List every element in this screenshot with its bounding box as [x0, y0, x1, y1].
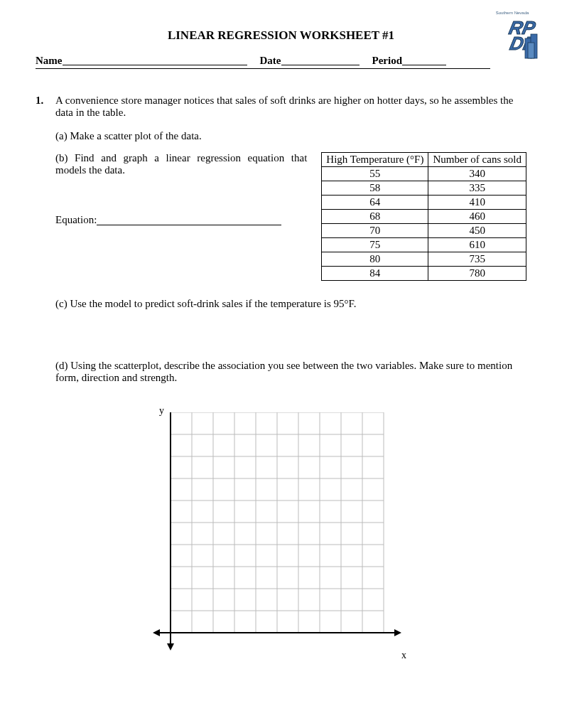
- part-a: (a) Make a scatter plot of the data.: [55, 130, 526, 142]
- question-1: 1. A convenience store manager notices t…: [36, 95, 526, 119]
- grid-svg: [149, 412, 405, 654]
- table-cell: 460: [428, 210, 526, 224]
- part-b: (b) Find and graph a linear regression e…: [55, 152, 307, 176]
- equation-label: Equation:: [55, 214, 97, 225]
- table-header-row: High Temperature (°F) Number of cans sol…: [322, 153, 526, 167]
- x-axis-arrow-icon: [394, 629, 401, 636]
- part-c: (c) Use the model to predict soft-drink …: [55, 298, 526, 310]
- table-cell: 68: [322, 210, 428, 224]
- table-cell: 64: [322, 196, 428, 210]
- header: LINEAR REGRESSION WORKSHEET #1 Name Date…: [36, 28, 526, 69]
- x-axis-label: x: [401, 650, 406, 661]
- table-cell: 70: [322, 224, 428, 238]
- equation-line: Equation:: [55, 212, 307, 226]
- y-axis-label: y: [159, 405, 164, 417]
- period-label: Period: [372, 55, 403, 67]
- page-title: LINEAR REGRESSION WORKSHEET #1: [36, 28, 526, 43]
- x-axis-arrow-left-icon: [153, 629, 160, 636]
- name-label: Name: [36, 55, 63, 67]
- svg-rect-4: [528, 43, 534, 58]
- y-axis-arrow-down-icon: [167, 643, 174, 651]
- table-cell: 55: [322, 167, 428, 181]
- name-date-period-line: Name Date Period: [36, 53, 490, 69]
- table-row: 64410: [322, 196, 526, 210]
- question-number: 1.: [36, 95, 48, 119]
- blank-coordinate-grid[interactable]: y x: [149, 412, 405, 668]
- date-blank[interactable]: [281, 54, 360, 65]
- table-header: Number of cans sold: [428, 153, 526, 167]
- table-cell: 340: [428, 167, 526, 181]
- data-table: High Temperature (°F) Number of cans sol…: [321, 152, 526, 281]
- table-row: 80735: [322, 252, 526, 267]
- table-row: 55340: [322, 167, 526, 181]
- table-cell: 80: [322, 252, 428, 267]
- date-label: Date: [260, 55, 281, 67]
- table-row: 70450: [322, 224, 526, 238]
- table-cell: 410: [428, 196, 526, 210]
- part-d: (d) Using the scatterplot, describe the …: [55, 360, 526, 384]
- table-cell: 75: [322, 238, 428, 252]
- table-header: High Temperature (°F): [322, 153, 428, 167]
- equation-blank[interactable]: [97, 214, 281, 225]
- table-cell: 450: [428, 224, 526, 238]
- table-cell: 84: [322, 267, 428, 281]
- table-cell: 780: [428, 267, 526, 281]
- name-blank[interactable]: [63, 54, 247, 65]
- table-cell: 610: [428, 238, 526, 252]
- table-row: 75610: [322, 238, 526, 252]
- table-row: 84780: [322, 267, 526, 281]
- table-cell: 735: [428, 252, 526, 267]
- period-blank[interactable]: [402, 54, 446, 65]
- question-intro: A convenience store manager notices that…: [55, 95, 526, 119]
- table-cell: 58: [322, 181, 428, 196]
- part-b-and-table: (b) Find and graph a linear regression e…: [55, 152, 526, 281]
- table-row: 58335: [322, 181, 526, 196]
- rpdp-logo: Southern Nevada RP DP: [484, 7, 541, 64]
- table-cell: 335: [428, 181, 526, 196]
- table-row: 68460: [322, 210, 526, 224]
- logo-caption: Southern Nevada: [496, 11, 529, 15]
